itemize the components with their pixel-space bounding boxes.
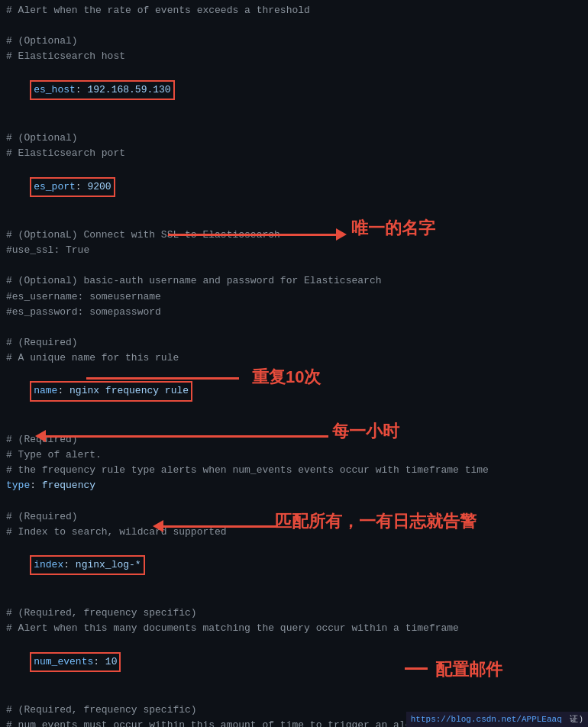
line-blank5 bbox=[6, 320, 582, 335]
annotation-repeat: 重复10次 bbox=[252, 364, 321, 389]
arrow-unique-name bbox=[168, 228, 347, 241]
line-es-host: es_host: 192.168.59.130 bbox=[6, 65, 582, 115]
line-type: type: frequency bbox=[6, 478, 582, 493]
line-optional-1b: # Elasticsearch host bbox=[6, 49, 582, 64]
line-use-ssl: #use_ssl: True bbox=[6, 243, 582, 258]
line-req-1: # (Required) bbox=[6, 335, 582, 351]
bottom-url-bar: https://blog.csdn.net/APPLEaaq 证) bbox=[406, 712, 588, 728]
line-blank2 bbox=[6, 115, 582, 131]
line-optional-2b: # Elasticsearch port bbox=[6, 146, 582, 161]
code-editor: # Alert when the rate of events exceeds … bbox=[0, 0, 588, 727]
es-port-highlight: es_port: 9200 bbox=[30, 177, 115, 197]
arrow-email bbox=[405, 667, 428, 670]
annotation-match: 匹配所有，一有日志就告警 bbox=[275, 509, 477, 534]
line-blank8 bbox=[6, 590, 582, 606]
annotation-hour: 每一小时 bbox=[332, 418, 399, 444]
line-req-2c: # the frequency rule type alerts when nu… bbox=[6, 463, 582, 478]
annotation-unique-name: 唯一的名字 bbox=[351, 215, 435, 241]
line-blank4 bbox=[6, 258, 582, 273]
line-req-2b: # Type of alert. bbox=[6, 448, 582, 463]
line-index: index: nginx_log-* bbox=[6, 540, 582, 590]
copyright-text: 证) bbox=[570, 715, 583, 724]
line-username: #es_username: someusername bbox=[6, 289, 582, 305]
line-auth: # (Optional) basic-auth username and pas… bbox=[6, 273, 582, 289]
arrow-hour bbox=[35, 430, 328, 442]
num-events-highlight: num_events: 10 bbox=[30, 652, 121, 672]
line-comment-1: # Alert when the rate of events exceeds … bbox=[6, 3, 582, 18]
name-highlight: name: nginx frequency rule bbox=[30, 381, 192, 401]
arrow-match bbox=[153, 520, 278, 532]
line-freq-1b: # Alert when this many documents matchin… bbox=[6, 621, 582, 636]
annotation-email: 配置邮件 bbox=[435, 657, 502, 682]
url-text: https://blog.csdn.net/APPLEaaq bbox=[411, 715, 562, 724]
arrow-repeat bbox=[86, 377, 239, 380]
line-freq-1: # (Required, frequency specific) bbox=[6, 606, 582, 621]
line-blank7 bbox=[6, 493, 582, 509]
line-optional-2: # (Optional) bbox=[6, 131, 582, 146]
line-optional-1: # (Optional) bbox=[6, 34, 582, 49]
index-highlight: index: nginx_log-* bbox=[30, 555, 144, 575]
line-blank bbox=[6, 18, 582, 34]
line-es-port: es_port: 9200 bbox=[6, 161, 582, 212]
line-blank9 bbox=[6, 687, 582, 703]
es-host-highlight: es_host: 192.168.59.130 bbox=[30, 80, 174, 100]
line-password: #es_password: somepassword bbox=[6, 305, 582, 320]
line-blank3 bbox=[6, 212, 582, 228]
